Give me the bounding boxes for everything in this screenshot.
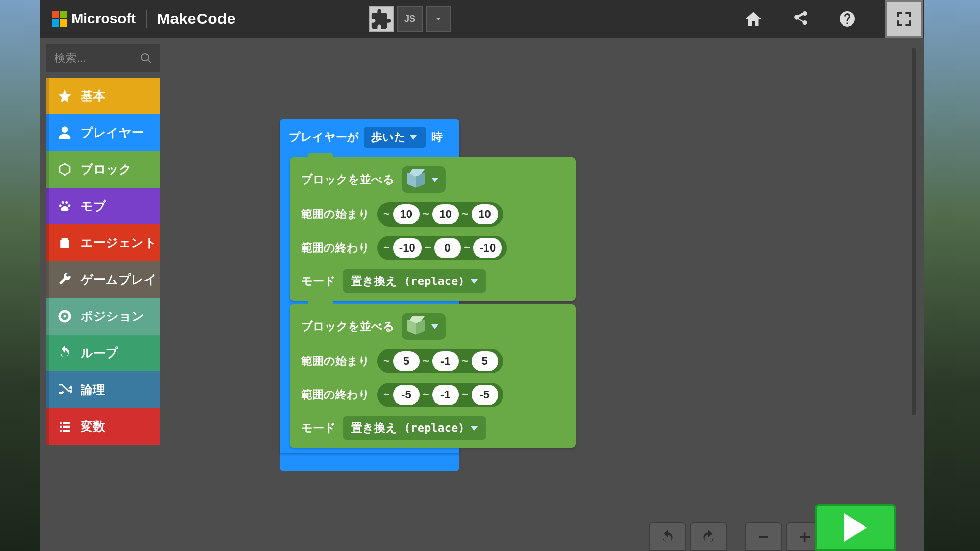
sidebar-item-label: プレイヤー (81, 124, 144, 141)
fullscreen-button[interactable] (885, 0, 923, 38)
event-prefix: プレイヤーが (289, 130, 359, 145)
event-action-value: 歩いた (371, 130, 406, 145)
fill1-mode-dropdown[interactable]: 置き換え (replace) (343, 269, 486, 293)
search-input[interactable]: 検索... (46, 44, 160, 72)
fill1-start-coords[interactable]: ~10 ~10 ~10 (377, 202, 503, 227)
loop-icon (57, 345, 72, 361)
product-name: MakeCode (157, 10, 236, 28)
fill1-end-z[interactable]: -10 (473, 238, 502, 258)
chevron-down-icon (431, 178, 438, 182)
plus-icon (797, 529, 812, 544)
sidebar-item-4[interactable]: エージェント (46, 224, 160, 261)
share-button[interactable] (791, 10, 810, 28)
sidebar-item-7[interactable]: ループ (46, 335, 160, 371)
fill2-end-z[interactable]: -5 (472, 385, 498, 405)
js-tab-label: JS (404, 14, 415, 24)
user-icon (57, 125, 72, 140)
microsoft-logo-icon (52, 11, 67, 27)
sidebar-item-label: 論理 (81, 382, 105, 398)
help-button[interactable] (838, 10, 856, 28)
wrench-icon (57, 272, 72, 287)
fill2-mode-dropdown[interactable]: 置き換え (replace) (343, 416, 486, 440)
event-action-dropdown[interactable]: 歩いた (364, 127, 426, 148)
fill2-start-label: 範囲の始まり (301, 354, 370, 369)
cube-icon (57, 162, 72, 177)
undo-button[interactable] (649, 522, 686, 551)
sidebar-item-9[interactable]: 変数 (46, 408, 160, 445)
fill1-mode-value: 置き換え (replace) (351, 273, 464, 289)
fill1-start-x[interactable]: 10 (393, 204, 420, 224)
block-workspace[interactable]: プレイヤーが 歩いた 時 ブロックを並べる (173, 48, 903, 551)
sidebar-item-label: 変数 (81, 418, 105, 435)
fill2-start-x[interactable]: 5 (393, 351, 420, 371)
fill1-title: ブロックを並べる (301, 172, 395, 187)
sidebar-item-6[interactable]: ポジション (46, 298, 160, 335)
sidebar-item-8[interactable]: 論理 (46, 371, 160, 408)
redo-button[interactable] (690, 522, 727, 551)
paw-icon (57, 198, 72, 214)
bottom-toolbar (649, 517, 823, 551)
sidebar-item-label: ゲームプレイ (81, 271, 157, 288)
puzzle-icon (370, 7, 393, 31)
fill1-start-label: 範囲の始まり (301, 207, 370, 222)
search-icon (140, 52, 152, 64)
fill1-block-dropdown[interactable] (402, 166, 446, 193)
undo-icon (660, 529, 675, 544)
chevron-down-icon (431, 324, 438, 329)
fullscreen-icon (894, 9, 914, 29)
fill2-end-y[interactable]: -1 (432, 385, 459, 405)
tab-blocks[interactable] (369, 6, 394, 32)
sidebar-item-label: 基本 (81, 88, 105, 104)
fill1-end-coords[interactable]: ~-10 ~0 ~-10 (377, 236, 507, 260)
fill1-end-label: 範囲の終わり (301, 240, 370, 256)
sidebar-item-0[interactable]: 基本 (46, 78, 160, 114)
event-block-on-player-walk[interactable]: プレイヤーが 歩いた 時 ブロックを並べる (280, 119, 459, 453)
shuffle-icon (57, 382, 72, 397)
tab-javascript[interactable]: JS (397, 6, 423, 32)
fill2-end-label: 範囲の終わり (301, 387, 370, 403)
sidebar-item-5[interactable]: ゲームプレイ (46, 261, 160, 298)
redo-icon (701, 529, 716, 544)
minus-icon (756, 529, 771, 544)
fill1-end-y[interactable]: 0 (434, 238, 461, 258)
fill1-mode-label: モード (301, 273, 336, 289)
fill1-start-z[interactable]: 10 (472, 204, 498, 224)
fill2-start-z[interactable]: 5 (472, 351, 498, 371)
fill2-block-dropdown[interactable] (402, 313, 446, 340)
brand-name: Microsoft (71, 11, 136, 27)
sidebar-item-label: エージェント (81, 235, 157, 251)
category-sidebar: 検索... 基本プレイヤーブロックモブエージェントゲームプレイポジションループ論… (46, 44, 160, 551)
solid-block-icon (406, 316, 426, 337)
fill2-start-y[interactable]: -1 (432, 351, 459, 371)
editor-area: 検索... 基本プレイヤーブロックモブエージェントゲームプレイポジションループ論… (40, 38, 924, 551)
event-suffix: 時 (431, 130, 443, 145)
fill2-start-coords[interactable]: ~5 ~-1 ~5 (377, 349, 503, 373)
sidebar-item-label: ブロック (81, 161, 132, 178)
chevron-down-icon (471, 426, 478, 431)
play-icon (844, 513, 867, 542)
app-header: Microsoft MakeCode JS (40, 0, 924, 38)
fill2-mode-value: 置き換え (replace) (351, 420, 464, 436)
sidebar-item-3[interactable]: モブ (46, 188, 160, 224)
fill2-end-coords[interactable]: ~-5 ~-1 ~-5 (377, 383, 503, 407)
run-button[interactable] (815, 504, 896, 551)
sidebar-item-2[interactable]: ブロック (46, 151, 160, 188)
editor-mode-tabs: JS (369, 6, 451, 32)
chevron-down-icon (433, 13, 444, 24)
sidebar-item-label: ループ (81, 345, 118, 361)
chevron-down-icon (410, 135, 417, 140)
home-button[interactable] (744, 10, 763, 28)
fill1-start-y[interactable]: 10 (432, 204, 459, 224)
workspace-scrollbar[interactable] (912, 48, 916, 415)
sidebar-item-1[interactable]: プレイヤー (46, 114, 160, 151)
target-icon (57, 309, 72, 324)
zoom-out-button[interactable] (745, 522, 782, 551)
fill2-mode-label: モード (301, 420, 336, 436)
fill2-title: ブロックを並べる (301, 319, 395, 334)
fill2-end-x[interactable]: -5 (393, 385, 420, 405)
fill-block-2[interactable]: ブロックを並べる 範囲の始まり ~5 ~-1 ~5 (290, 304, 576, 448)
tab-more[interactable] (426, 6, 451, 32)
fill1-end-x[interactable]: -10 (393, 238, 422, 258)
fill-block-1[interactable]: ブロックを並べる 範囲の始まり ~10 ~10 ~10 (290, 157, 576, 301)
header-actions (744, 10, 903, 28)
